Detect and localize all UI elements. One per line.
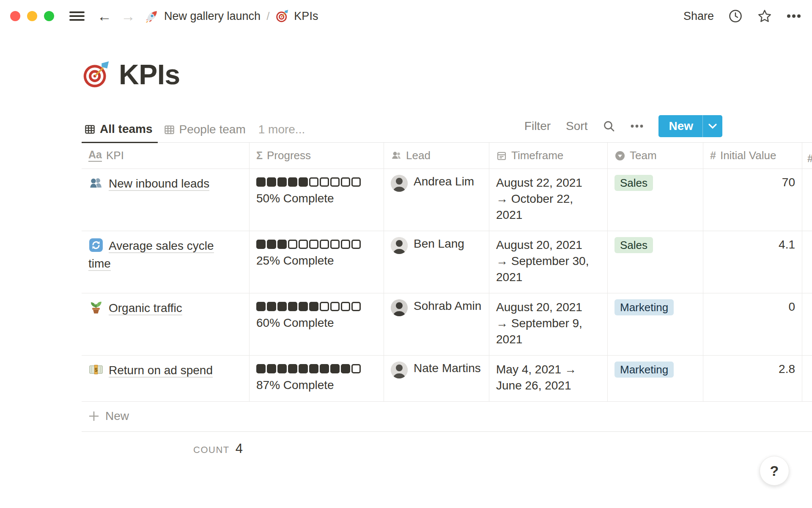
table-view-icon xyxy=(164,124,175,135)
more-options-icon[interactable] xyxy=(787,14,801,18)
breadcrumb-item-gallery[interactable]: New gallery launch xyxy=(145,9,261,23)
lead-cell[interactable]: Ben Lang xyxy=(384,231,489,293)
view-tabs-bar: All teams People team 1 more... Filter S… xyxy=(82,115,812,143)
partial-cell[interactable] xyxy=(802,231,812,293)
search-icon[interactable] xyxy=(603,120,615,133)
new-button[interactable]: New xyxy=(658,115,722,137)
progress-cell[interactable]: 50% Complete xyxy=(250,169,384,231)
close-window-button[interactable] xyxy=(10,11,20,21)
zoom-window-button[interactable] xyxy=(44,11,54,21)
initial-value-cell[interactable]: 4.1 xyxy=(703,231,802,293)
view-options-icon[interactable] xyxy=(631,124,643,128)
dollar-banknote-emoji: $ xyxy=(88,362,104,377)
kpi-title-cell[interactable]: New inbound leads xyxy=(82,169,250,231)
share-button[interactable]: Share xyxy=(683,10,714,23)
kpi-page-link[interactable]: Organic traffic xyxy=(109,301,182,315)
timeframe-cell[interactable]: August 22, 2021 → October 22, 2021 xyxy=(489,169,608,231)
tab-all-teams[interactable]: All teams xyxy=(82,118,158,143)
partial-cell[interactable] xyxy=(802,356,812,402)
progress-label: 25% Complete xyxy=(256,254,377,268)
page-title: KPIs xyxy=(82,58,812,91)
lead-cell[interactable]: Sohrab Amin xyxy=(384,293,489,356)
table-row: New inbound leads 50% Complete Andrea Li… xyxy=(82,169,812,231)
team-tag[interactable]: Sales xyxy=(614,175,653,191)
avatar xyxy=(391,175,408,192)
minimize-window-button[interactable] xyxy=(27,11,37,21)
initial-value-cell[interactable]: 2.8 xyxy=(703,356,802,402)
progress-cell[interactable]: 25% Complete xyxy=(250,231,384,293)
partial-cell[interactable] xyxy=(802,169,812,231)
column-header-partial[interactable]: # xyxy=(802,143,812,169)
progress-label: 60% Complete xyxy=(256,316,377,330)
filter-button[interactable]: Filter xyxy=(524,119,551,133)
team-tag[interactable]: Marketing xyxy=(614,299,674,315)
sidebar-menu-icon[interactable] xyxy=(69,9,85,23)
back-arrow-icon[interactable]: ← xyxy=(97,9,112,23)
question-mark-icon: ? xyxy=(770,463,779,479)
table-row: $ Return on ad spend 87% Complete Nate M… xyxy=(82,356,812,402)
column-header-team[interactable]: Team xyxy=(608,143,703,169)
dart-target-emoji xyxy=(275,9,289,23)
team-tag[interactable]: Marketing xyxy=(614,362,674,378)
progress-cell[interactable]: 60% Complete xyxy=(250,293,384,356)
kpi-page-link[interactable]: Average sales cycle time xyxy=(88,239,214,271)
counterclockwise-arrows-emoji xyxy=(88,237,104,253)
initial-value-cell[interactable]: 70 xyxy=(703,169,802,231)
dart-target-emoji xyxy=(82,60,110,89)
column-header-progress[interactable]: Σ Progress xyxy=(250,143,384,169)
clock-history-icon[interactable] xyxy=(728,9,743,23)
progress-bar xyxy=(256,302,377,311)
help-button[interactable]: ? xyxy=(760,456,789,486)
initial-value-cell[interactable]: 0 xyxy=(703,293,802,356)
table-view-icon xyxy=(84,124,96,135)
formula-property-icon: Σ xyxy=(256,149,263,162)
progress-bar xyxy=(256,364,377,373)
breadcrumb-label: New gallery launch xyxy=(164,10,261,23)
lead-cell[interactable]: Nate Martins xyxy=(384,356,489,402)
select-property-icon xyxy=(614,150,625,161)
table-row: Organic traffic 60% Complete Sohrab Amin… xyxy=(82,293,812,356)
progress-label: 50% Complete xyxy=(256,192,377,205)
lead-name: Sohrab Amin xyxy=(414,299,481,313)
sort-button[interactable]: Sort xyxy=(566,119,587,133)
progress-cell[interactable]: 87% Complete xyxy=(250,356,384,402)
timeframe-cell[interactable]: August 20, 2021 → September 30, 2021 xyxy=(489,231,608,293)
team-cell[interactable]: Sales xyxy=(608,169,703,231)
lead-name: Nate Martins xyxy=(414,362,481,375)
kpi-page-link[interactable]: New inbound leads xyxy=(109,177,209,191)
forward-arrow-icon[interactable]: → xyxy=(121,9,135,23)
avatar xyxy=(391,362,408,378)
rocket-emoji xyxy=(145,9,159,23)
tab-people-team[interactable]: People team xyxy=(161,119,251,142)
kpi-title-cell[interactable]: $ Return on ad spend xyxy=(82,356,250,402)
table-header-row: Aa KPI Σ Progress Lead xyxy=(82,143,812,169)
team-cell[interactable]: Sales xyxy=(608,231,703,293)
team-cell[interactable]: Marketing xyxy=(608,356,703,402)
calculation-row: COUNT 4 xyxy=(82,432,250,466)
timeframe-cell[interactable]: August 20, 2021 → September 9, 2021 xyxy=(489,293,608,356)
title-property-icon: Aa xyxy=(88,149,102,162)
column-header-initial-value[interactable]: # Initial Value xyxy=(703,143,802,169)
traffic-lights xyxy=(10,11,54,21)
add-row-button[interactable]: New xyxy=(82,402,812,432)
breadcrumb-item-kpis[interactable]: KPIs xyxy=(275,9,318,23)
column-header-lead[interactable]: Lead xyxy=(384,143,489,169)
lead-name: Ben Lang xyxy=(414,237,464,251)
favorite-star-icon[interactable] xyxy=(757,8,772,24)
timeframe-cell[interactable]: May 4, 2021 → June 26, 2021 xyxy=(489,356,608,402)
table-row: Average sales cycle time 25% Complete Be… xyxy=(82,231,812,293)
calendar-property-icon xyxy=(496,150,507,161)
chevron-down-icon[interactable] xyxy=(703,115,722,137)
team-tag[interactable]: Sales xyxy=(614,237,653,253)
more-views-link[interactable]: 1 more... xyxy=(254,119,310,142)
team-cell[interactable]: Marketing xyxy=(608,293,703,356)
kpi-title-cell[interactable]: Organic traffic xyxy=(82,293,250,356)
lead-cell[interactable]: Andrea Lim xyxy=(384,169,489,231)
partial-cell[interactable] xyxy=(802,293,812,356)
column-header-timeframe[interactable]: Timeframe xyxy=(489,143,608,169)
column-header-kpi[interactable]: Aa KPI xyxy=(82,143,250,169)
add-row-label: New xyxy=(105,409,129,423)
kpi-page-link[interactable]: Return on ad spend xyxy=(109,364,213,378)
kpi-title-cell[interactable]: Average sales cycle time xyxy=(82,231,250,293)
count-calc-label[interactable]: COUNT xyxy=(193,444,230,456)
